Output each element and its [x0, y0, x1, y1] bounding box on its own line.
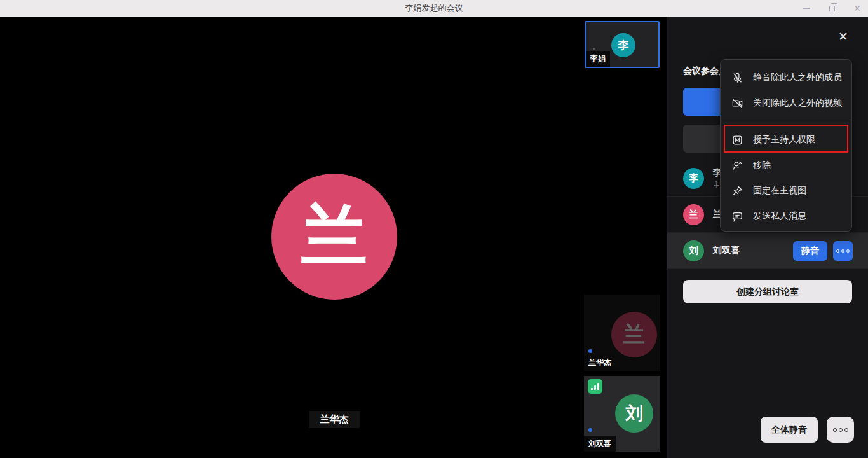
video-tile-liushuangxi[interactable]: 刘 刘双喜: [584, 376, 660, 452]
tile-name-label: 李娟: [586, 51, 610, 67]
user-remove-icon: [731, 160, 743, 172]
menu-item-label: 发送私人消息: [753, 211, 806, 222]
audio-dot-blue-icon: [588, 349, 592, 353]
menu-item-mute-others[interactable]: 静音除此人之外的成员: [721, 65, 851, 90]
minimize-icon: [803, 8, 810, 9]
tile-name-label: 兰华杰: [584, 355, 616, 371]
main-participant-name-label: 兰华杰: [309, 411, 360, 428]
menu-item-label: 移除: [753, 160, 771, 171]
pin-icon: [731, 185, 743, 197]
menu-item-stop-others-video[interactable]: 关闭除此人之外的视频: [721, 90, 851, 116]
meeting-window: 李娟发起的会议 ✕ 兰 兰华杰 李 李娟 兰 兰华杰: [0, 0, 868, 458]
main-participant-avatar: 兰: [271, 174, 397, 300]
tile-avatar: 刘: [615, 394, 653, 433]
menu-item-label: 关闭除此人之外的视频: [753, 97, 842, 109]
menu-item-remove[interactable]: 移除: [721, 153, 851, 178]
main-avatar-initial: 兰: [301, 192, 367, 281]
camera-off-icon: [731, 97, 743, 109]
menu-divider: [721, 121, 851, 121]
participant-avatar: 刘: [683, 240, 704, 261]
participant-avatar-initial: 刘: [689, 245, 698, 257]
window-controls: ✕: [801, 0, 863, 17]
tile-avatar: 李: [611, 33, 635, 57]
host-badge-icon: [731, 134, 743, 146]
mic-off-icon: [731, 72, 743, 84]
mute-all-button[interactable]: 全体静音: [761, 417, 818, 443]
participant-avatar-initial: 李: [689, 172, 698, 184]
participant-name: 刘双喜: [713, 245, 740, 256]
message-icon: [731, 211, 743, 223]
audio-dot-blue-icon: [588, 428, 592, 432]
panel-more-button[interactable]: [827, 417, 854, 443]
minimize-button[interactable]: [801, 3, 812, 14]
audio-dot-gray-icon: [593, 48, 595, 50]
close-window-icon: ✕: [853, 4, 861, 13]
video-tile-lijuan[interactable]: 李 李娟: [585, 21, 660, 68]
titlebar: 李娟发起的会议 ✕: [0, 0, 868, 17]
menu-item-grant-host[interactable]: 授予主持人权限: [721, 127, 851, 153]
tile-name-label: 刘双喜: [584, 436, 616, 452]
menu-item-label: 固定在主视图: [753, 185, 806, 197]
tile-avatar: 兰: [611, 312, 657, 357]
tile-avatar-initial: 兰: [623, 320, 645, 349]
create-breakout-room-button[interactable]: 创建分组讨论室: [683, 280, 852, 303]
restore-button[interactable]: [826, 3, 837, 14]
participant-avatar: 李: [683, 168, 704, 189]
close-window-button[interactable]: ✕: [851, 3, 863, 14]
menu-item-label: 授予主持人权限: [753, 134, 815, 146]
participant-context-menu: 静音除此人之外的成员 关闭除此人之外的视频 授予主持人权限 移除 固定在主视图 …: [720, 59, 852, 232]
video-tile-lanhuajie[interactable]: 兰 兰华杰: [584, 295, 660, 371]
participant-avatar: 兰: [683, 204, 704, 225]
participant-more-button[interactable]: [833, 241, 853, 261]
tile-avatar-initial: 李: [618, 38, 629, 53]
participant-avatar-initial: 兰: [689, 209, 698, 221]
menu-item-label: 静音除此人之外的成员: [753, 72, 842, 83]
tile-avatar-initial: 刘: [625, 401, 643, 426]
restore-icon: [829, 6, 835, 11]
close-panel-button[interactable]: ✕: [836, 29, 850, 43]
participant-row-liushuangxi[interactable]: 刘 刘双喜 静音: [667, 233, 868, 269]
mute-participant-button[interactable]: 静音: [793, 241, 827, 261]
window-title: 李娟发起的会议: [405, 3, 463, 14]
network-signal-icon: [588, 379, 602, 394]
menu-item-private-message[interactable]: 发送私人消息: [721, 204, 851, 229]
menu-item-pin-main-view[interactable]: 固定在主视图: [721, 178, 851, 204]
video-stage: 兰 兰华杰 李 李娟 兰 兰华杰 刘: [0, 17, 667, 458]
